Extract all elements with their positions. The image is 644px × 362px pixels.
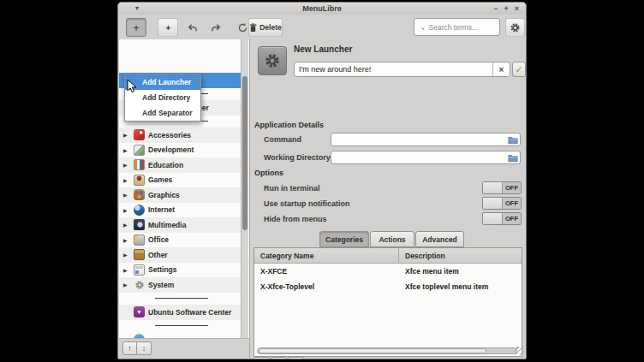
sidebar-item-development[interactable]: ▶ Development [119, 143, 243, 158]
system-icon [134, 279, 145, 290]
titlebar[interactable]: ▾ MenuLibre − + × [118, 3, 526, 15]
run-in-terminal-toggle[interactable]: OFF [482, 181, 522, 194]
launcher-name-entry[interactable]: × [294, 62, 510, 77]
move-down-button[interactable]: ↓ [137, 341, 152, 355]
expander-icon[interactable]: ▶ [123, 237, 130, 243]
working-directory-input[interactable] [331, 153, 508, 162]
scrollbar-thumb[interactable] [259, 348, 486, 353]
separator-line [155, 298, 208, 299]
move-up-button[interactable]: ↑ [122, 341, 137, 355]
scrollbar-thumb[interactable] [242, 76, 247, 230]
minimize-button[interactable]: − [493, 3, 498, 15]
table-header[interactable]: Category Name Description [254, 248, 522, 264]
command-label: Command [264, 135, 301, 144]
remove-category-button[interactable]: − [271, 357, 287, 359]
sidebar-item-graphics[interactable]: ▶ Graphics [119, 187, 243, 203]
menu-item-add-separator[interactable]: Add Separator [125, 105, 200, 121]
expander-icon[interactable]: ▶ [123, 162, 130, 168]
apply-name-button[interactable]: ✓ [512, 62, 526, 77]
save-launcher-button[interactable] [158, 18, 178, 37]
search-input[interactable] [427, 22, 496, 33]
hide-from-menus-label: Hide from menus [264, 215, 327, 223]
search-box[interactable] [414, 18, 500, 36]
delete-label: Delete [259, 23, 282, 32]
resize-grip[interactable] [516, 347, 524, 355]
sidebar-item-label: Multimedia [148, 221, 186, 229]
expander-icon[interactable]: ▶ [123, 252, 130, 258]
browse-folder-icon[interactable] [508, 135, 518, 145]
sidebar-item-office[interactable]: ▶ Office [119, 233, 243, 248]
sidebar-bottom-bar: ↑ ↓ [119, 338, 249, 358]
sidebar-item-multimedia[interactable]: ▶ Multimedia [119, 217, 243, 233]
add-category-button[interactable]: + [253, 357, 270, 359]
expander-icon[interactable]: ▶ [123, 282, 130, 288]
command-entry[interactable] [331, 133, 521, 146]
add-button[interactable]: + [126, 18, 146, 37]
settings-button[interactable] [505, 18, 525, 37]
working-directory-label: Working Directory [264, 153, 331, 162]
expander-icon[interactable]: ▶ [123, 147, 130, 153]
expander-icon[interactable]: ▶ [123, 192, 130, 198]
clear-categories-button[interactable] [288, 357, 304, 359]
expander-icon[interactable]: ▶ [123, 177, 130, 183]
tab-advanced[interactable]: Advanced [415, 231, 464, 247]
sidebar-separator[interactable] [119, 293, 243, 306]
description-cell: Xfce menu item [399, 264, 459, 279]
graphics-icon [134, 189, 145, 200]
clear-name-button[interactable]: × [492, 62, 510, 76]
launcher-name-input[interactable] [295, 65, 492, 74]
search-icon [418, 23, 425, 31]
column-category-name[interactable]: Category Name [254, 248, 399, 263]
toggle-state-label: OFF [503, 198, 521, 209]
application-details-heading: Application Details [254, 121, 324, 129]
sidebar-item-label: Education [148, 161, 183, 169]
close-button[interactable]: × [515, 3, 519, 15]
use-startup-notification-label: Use startup notification [264, 199, 350, 208]
window-title: MenuLibre [118, 4, 526, 13]
launcher-icon-button[interactable] [258, 46, 287, 75]
sidebar-item-education[interactable]: ▶ Education [119, 157, 243, 173]
browse-folder-icon[interactable] [508, 153, 518, 163]
delete-button[interactable]: Delete [248, 18, 283, 37]
sidebar-item-other[interactable]: ▶ Other [119, 247, 243, 263]
table-horizontal-scrollbar[interactable] [257, 347, 517, 354]
toggle-knob [483, 182, 503, 193]
table-row[interactable]: X-Xfce-Toplevel Xfce toplevel menu item [254, 279, 522, 294]
expander-icon[interactable]: ▶ [123, 132, 130, 138]
expander-icon[interactable]: ▶ [123, 207, 130, 213]
sidebar-separator[interactable] [119, 320, 243, 333]
development-icon [134, 145, 145, 156]
window-menu-icon[interactable]: ▾ [135, 3, 139, 15]
sidebar-item-system[interactable]: ▶ System [119, 277, 243, 293]
category-name-cell: X-XFCE [254, 264, 399, 279]
maximize-button[interactable]: + [504, 3, 508, 15]
undo-icon [187, 22, 199, 33]
use-startup-notification-toggle[interactable]: OFF [482, 197, 522, 210]
hide-from-menus-toggle[interactable]: OFF [482, 212, 522, 225]
sidebar-item-label: System [148, 281, 174, 289]
table-row[interactable]: X-XFCE Xfce menu item [254, 264, 522, 279]
column-description[interactable]: Description [399, 248, 445, 263]
expander-icon[interactable]: ▶ [123, 222, 130, 228]
redo-button[interactable] [206, 18, 225, 37]
sidebar-item-label: Other [148, 251, 168, 259]
sidebar-item-settings[interactable]: ▶ Settings [119, 263, 243, 278]
sidebar-item-internet[interactable]: ▶ Internet [119, 203, 243, 218]
tab-actions[interactable]: Actions [370, 231, 414, 247]
expander-icon[interactable]: ▶ [123, 267, 130, 273]
toggle-state-label: OFF [503, 213, 521, 224]
internet-icon [134, 205, 145, 216]
sidebar-scrollbar[interactable] [241, 39, 248, 339]
main-toolbar: + [118, 15, 526, 40]
education-icon [134, 159, 145, 170]
undo-button[interactable] [183, 18, 202, 37]
launcher-title[interactable]: New Launcher [294, 45, 352, 54]
options-heading: Options [254, 169, 283, 177]
working-directory-entry[interactable] [331, 151, 521, 164]
sidebar-item-games[interactable]: ▶ Games [119, 173, 243, 188]
sidebar-item-ubuntu-software-center[interactable]: ▼ Ubuntu Software Center [119, 305, 243, 320]
tab-categories[interactable]: Categories [319, 231, 369, 247]
redo-icon [210, 22, 222, 33]
sidebar-item-accessories[interactable]: ▶ Accessories [119, 128, 243, 143]
command-input[interactable] [331, 135, 508, 144]
